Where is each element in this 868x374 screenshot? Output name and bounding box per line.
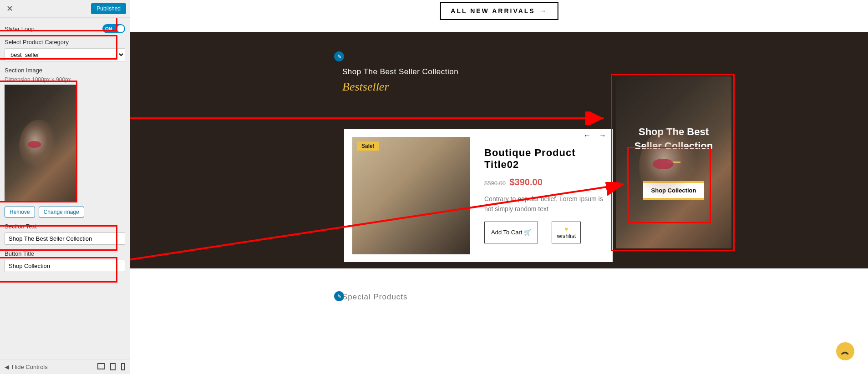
new-price: $390.00 [509,177,542,187]
heart-icon: ♥ [557,226,576,232]
add-to-cart-button[interactable]: Add To Cart 🛒 [484,222,538,243]
slider-loop-label: Slider Loop [5,25,35,32]
prev-arrow-icon[interactable]: ← [584,131,591,140]
hero-subtitle: Shop The Best Seller Collection [342,67,458,76]
hero-text: Shop The Best Seller Collection Bestsell… [342,67,458,94]
section-text-label: Section Text [5,223,125,230]
cart-icon: 🛒 [524,229,531,236]
slider-loop-field: Slider Loop ON [5,21,125,36]
preview-pane: ALL NEW ARRIVALS → ✎ Shop The Best Selle… [130,0,868,374]
sidebar-body: Slider Loop ON Select Product Category b… [0,18,130,359]
image-actions: Remove Change image [5,207,125,217]
hero-title: Bestseller [342,80,458,94]
device-preview-icons [97,363,125,370]
product-title[interactable]: Boutique Product Title02 [484,147,606,171]
collapse-icon: ◀ [5,364,9,370]
change-image-button[interactable]: Change image [39,207,84,217]
publish-button[interactable]: Published [91,3,126,14]
tablet-icon[interactable] [110,363,116,370]
sidebar-footer: ◀ Hide Controls [0,359,130,374]
category-label: Select Product Category [5,39,125,45]
arrow-right-icon: → [540,7,548,15]
product-card: Sale! ← → Boutique Product Title02 $590.… [344,129,613,262]
category-select[interactable]: best_seller [5,48,125,61]
customizer-sidebar: ✕ Published Slider Loop ON Select Produc… [0,0,130,374]
price-row: $590.00 $390.00 [484,177,606,187]
product-info: ← → Boutique Product Title02 $590.00 $39… [478,129,613,262]
sidebar-header: ✕ Published [0,0,130,18]
button-title-input[interactable] [5,260,125,272]
product-actions: Add To Cart 🛒 ♥ wishlist [484,222,606,243]
scroll-top-button[interactable]: ︽ [836,342,854,360]
remove-image-button[interactable]: Remove [5,207,35,217]
image-dimensions: Dimension 1000px × 900px [5,76,125,83]
section-text-field: Section Text [5,220,125,248]
hide-controls-label: Hide Controls [12,364,48,370]
toggle-knob [117,25,124,32]
slider-nav: ← → [584,131,606,140]
close-sidebar-button[interactable]: ✕ [4,3,16,15]
slider-loop-toggle[interactable]: ON [102,24,125,33]
section-image-label: Section Image [5,67,125,74]
special-products-heading: Special Products [342,293,408,302]
product-description: Contrary to popular belief, Lorem Ipsum … [484,194,606,214]
mobile-icon[interactable] [121,363,125,370]
add-to-cart-label: Add To Cart [491,229,522,236]
section-text-input[interactable] [5,232,125,245]
old-price: $590.00 [484,180,506,187]
chevron-up-icon: ︽ [841,346,849,357]
category-field: Select Product Category best_seller [5,36,125,64]
button-title-label: Button Title [5,250,125,257]
toggle-on-text: ON [102,26,112,31]
desktop-icon[interactable] [97,363,105,369]
hide-controls-button[interactable]: ◀ Hide Controls [5,364,48,370]
wishlist-label: wishlist [557,232,576,239]
section-image-field: Section Image Dimension 1000px × 900px R… [5,64,125,220]
button-title-field: Button Title [5,248,125,275]
side-promo: Shop The Best Seller Collection Shop Col… [616,76,731,248]
new-arrivals-label: ALL NEW ARRIVALS [451,7,535,15]
next-arrow-icon[interactable]: → [599,131,606,140]
section-image-thumb[interactable] [5,85,77,202]
sale-badge: Sale! [357,142,379,151]
new-arrivals-button[interactable]: ALL NEW ARRIVALS → [440,2,558,20]
product-image[interactable]: Sale! [352,137,470,254]
edit-section-button[interactable]: ✎ [334,51,344,61]
wishlist-button[interactable]: ♥ wishlist [552,222,581,243]
